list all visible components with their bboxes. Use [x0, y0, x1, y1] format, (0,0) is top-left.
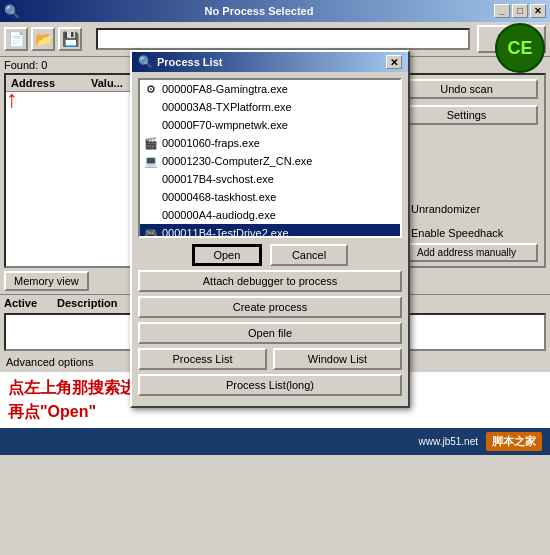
process-item[interactable]: ⚙00000FA8-Gamingtra.exe: [140, 80, 400, 98]
process-item[interactable]: 00000F70-wmpnetwk.exe: [140, 116, 400, 134]
process-item[interactable]: 💻00001230-ComputerZ_CN.exe: [140, 152, 400, 170]
process-icon: [143, 171, 159, 187]
dialog-close-button[interactable]: ✕: [386, 55, 402, 69]
dialog-title-text: Process List: [157, 56, 222, 68]
process-list-long-button[interactable]: Process List(long): [138, 374, 402, 396]
dialog-row-buttons: Process List Window List: [138, 348, 402, 370]
process-name: 00001230-ComputerZ_CN.exe: [162, 155, 312, 167]
active-label: Active: [4, 297, 37, 309]
description-label: Description: [57, 297, 118, 309]
advanced-options-label: Advanced options: [6, 356, 93, 368]
speedhack-label: Enable Speedhack: [411, 227, 503, 239]
dialog-title-bar: 🔍 Process List ✕: [132, 52, 408, 72]
process-list-dialog: 🔍 Process List ✕ ⚙00000FA8-Gamingtra.exe…: [130, 50, 410, 408]
right-panel: Undo scan Settings Unrandomizer Enable S…: [389, 75, 544, 266]
speedhack-row: Enable Speedhack: [395, 227, 538, 239]
dialog-container: 🔍 Process List ✕ ⚙00000FA8-Gamingtra.exe…: [130, 50, 410, 408]
process-name: 000011B4-TestDrive2.exe: [162, 227, 289, 238]
dialog-icon: 🔍: [138, 55, 153, 69]
window-icon: 🔍: [4, 4, 20, 19]
memory-view-button[interactable]: Memory view: [4, 271, 89, 291]
process-item[interactable]: 000003A8-TXPlatform.exe: [140, 98, 400, 116]
process-icon: [143, 99, 159, 115]
cancel-button[interactable]: Cancel: [270, 244, 348, 266]
footer-logo: 脚本之家: [486, 432, 542, 451]
process-name: 00001060-fraps.exe: [162, 137, 260, 149]
process-icon: [143, 207, 159, 223]
process-item[interactable]: 🎮000011B4-TestDrive2.exe: [140, 224, 400, 238]
open-file-button[interactable]: Open file: [138, 322, 402, 344]
window-title: No Process Selected: [24, 5, 494, 17]
process-icon: [143, 189, 159, 205]
ce-logo: CE: [494, 22, 546, 74]
process-name: 000003A8-TXPlatform.exe: [162, 101, 292, 113]
title-bar-buttons: _ □ ✕: [494, 4, 546, 18]
unrandomizer-row: Unrandomizer: [395, 203, 538, 215]
found-count: Found: 0: [4, 59, 47, 71]
close-button[interactable]: ✕: [530, 4, 546, 18]
arrow-annotation: ↑: [6, 85, 18, 113]
process-name: 00000F70-wmpnetwk.exe: [162, 119, 288, 131]
footer-text: www.jb51.net: [419, 436, 478, 447]
dialog-content: ⚙00000FA8-Gamingtra.exe000003A8-TXPlatfo…: [132, 72, 408, 406]
process-name: 000017B4-svchost.exe: [162, 173, 274, 185]
title-bar: 🔍 No Process Selected _ □ ✕: [0, 0, 550, 22]
new-button[interactable]: 📄: [4, 27, 28, 51]
process-icon: 💻: [143, 153, 159, 169]
settings-button[interactable]: Settings: [395, 105, 538, 125]
maximize-button[interactable]: □: [512, 4, 528, 18]
attach-debugger-button[interactable]: Attach debugger to process: [138, 270, 402, 292]
undo-scan-button[interactable]: Undo scan: [395, 79, 538, 99]
svg-text:CE: CE: [507, 38, 532, 58]
open-button[interactable]: Open: [192, 244, 262, 266]
process-icon: 🎬: [143, 135, 159, 151]
process-icon: ⚙: [143, 81, 159, 97]
process-name: 000000A4-audiodg.exe: [162, 209, 276, 221]
process-item[interactable]: 000000A4-audiodg.exe: [140, 206, 400, 224]
process-icon: [143, 117, 159, 133]
process-item[interactable]: 000017B4-svchost.exe: [140, 170, 400, 188]
process-item[interactable]: 🎬00001060-fraps.exe: [140, 134, 400, 152]
open-button[interactable]: 📂: [31, 27, 55, 51]
process-item[interactable]: 00000468-taskhost.exe: [140, 188, 400, 206]
process-listbox[interactable]: ⚙00000FA8-Gamingtra.exe000003A8-TXPlatfo…: [138, 78, 402, 238]
dialog-main-buttons: Open Cancel: [138, 244, 402, 266]
process-list-button[interactable]: Process List: [138, 348, 267, 370]
minimize-button[interactable]: _: [494, 4, 510, 18]
process-name: 00000468-taskhost.exe: [162, 191, 276, 203]
footer: www.jb51.net 脚本之家: [0, 428, 550, 455]
unrandomizer-label: Unrandomizer: [411, 203, 480, 215]
main-window: 🔍 No Process Selected _ □ ✕ 📄 📂 💾 Scan C…: [0, 0, 550, 555]
save-button[interactable]: 💾: [58, 27, 82, 51]
dialog-title-content: 🔍 Process List: [138, 55, 222, 69]
process-icon: 🎮: [143, 225, 159, 238]
process-name: 00000FA8-Gamingtra.exe: [162, 83, 288, 95]
add-address-button[interactable]: Add address manually: [395, 243, 538, 262]
address-column-header: Address: [7, 76, 87, 90]
window-list-button[interactable]: Window List: [273, 348, 402, 370]
create-process-button[interactable]: Create process: [138, 296, 402, 318]
